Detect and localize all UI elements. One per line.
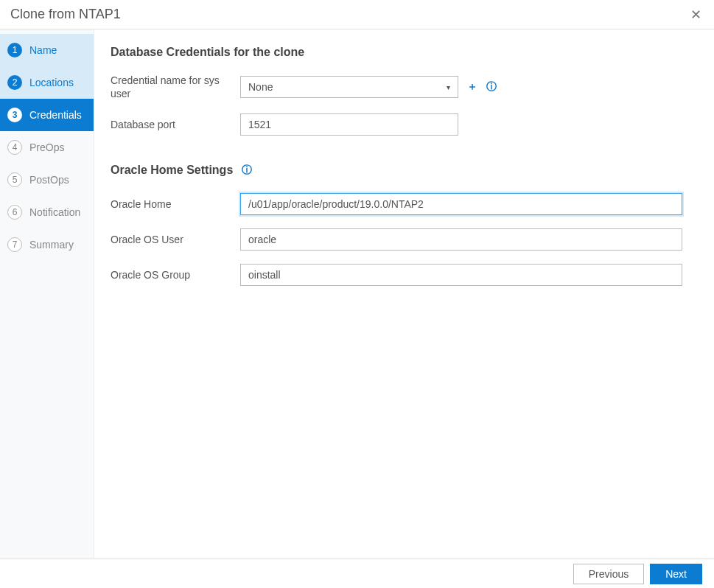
- info-icon[interactable]: ⓘ: [486, 80, 497, 94]
- step-label: PostOps: [29, 174, 69, 186]
- add-credential-icon[interactable]: ＋: [467, 80, 477, 94]
- row-oracle-os-group: Oracle OS Group: [111, 264, 699, 286]
- step-number-badge: 2: [7, 75, 22, 90]
- credential-name-label: Credential name for sys user: [111, 74, 240, 100]
- close-button[interactable]: ✕: [687, 7, 704, 23]
- dialog-body: 1 Name 2 Locations 3 Credentials 4 PreOp…: [0, 29, 714, 559]
- oracle-os-user-label: Oracle OS User: [111, 233, 240, 246]
- section-oracle-home-heading: Oracle Home Settings: [111, 164, 233, 177]
- oracle-os-group-input[interactable]: [240, 264, 682, 286]
- step-label: Locations: [29, 77, 74, 88]
- step-locations[interactable]: 2 Locations: [0, 66, 94, 99]
- step-number-badge: 5: [7, 172, 22, 187]
- step-postops[interactable]: 5 PostOps: [0, 164, 94, 196]
- step-label: PreOps: [29, 141, 64, 153]
- section-db-credentials-heading: Database Credentials for the clone: [111, 46, 699, 59]
- oracle-home-label: Oracle Home: [111, 197, 240, 211]
- wizard-sidebar: 1 Name 2 Locations 3 Credentials 4 PreOp…: [0, 29, 94, 559]
- caret-down-icon: ▾: [447, 83, 450, 91]
- step-number-badge: 1: [7, 43, 22, 57]
- step-number-badge: 3: [7, 108, 22, 122]
- step-number-badge: 7: [7, 237, 22, 252]
- row-oracle-os-user: Oracle OS User: [111, 228, 699, 251]
- main-content: Database Credentials for the clone Crede…: [94, 29, 714, 559]
- step-label: Notification: [29, 206, 80, 218]
- oracle-os-user-input[interactable]: [240, 228, 682, 251]
- oracle-home-input[interactable]: [240, 193, 682, 215]
- step-preops[interactable]: 4 PreOps: [0, 131, 94, 164]
- database-port-input[interactable]: [240, 113, 458, 136]
- step-label: Summary: [29, 239, 74, 251]
- step-summary[interactable]: 7 Summary: [0, 228, 94, 261]
- step-number-badge: 4: [7, 140, 22, 155]
- step-name[interactable]: 1 Name: [0, 34, 94, 66]
- next-button[interactable]: Next: [650, 564, 702, 584]
- step-credentials[interactable]: 3 Credentials: [0, 99, 94, 131]
- dialog-footer: Previous Next: [0, 559, 714, 588]
- close-icon: ✕: [690, 7, 701, 23]
- dialog-title: Clone from NTAP1: [10, 7, 121, 22]
- row-oracle-home: Oracle Home: [111, 193, 699, 215]
- step-number-badge: 6: [7, 205, 22, 220]
- step-label: Name: [29, 44, 57, 56]
- database-port-label: Database port: [111, 118, 240, 131]
- row-credential-name: Credential name for sys user None ▾ ＋ ⓘ: [111, 74, 699, 100]
- step-notification[interactable]: 6 Notification: [0, 196, 94, 228]
- info-icon[interactable]: ⓘ: [242, 164, 252, 177]
- step-label: Credentials: [29, 109, 82, 121]
- credential-name-value: None: [248, 81, 273, 93]
- oracle-os-group-label: Oracle OS Group: [111, 268, 240, 281]
- previous-button[interactable]: Previous: [573, 564, 644, 584]
- dialog-header: Clone from NTAP1 ✕: [0, 0, 714, 29]
- row-database-port: Database port: [111, 113, 699, 136]
- credential-name-select[interactable]: None ▾: [240, 76, 458, 98]
